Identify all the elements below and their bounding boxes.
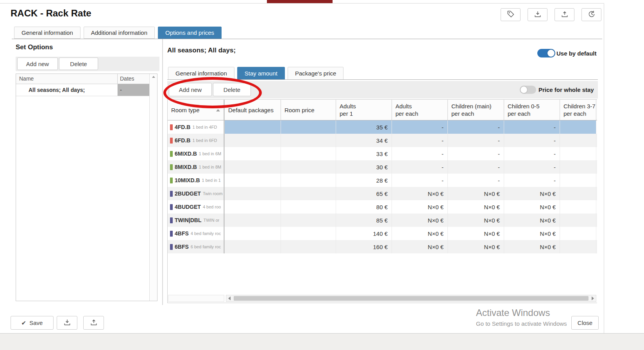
cell-room_price[interactable] xyxy=(281,214,336,227)
cell-children_main_per_each[interactable]: N×0 € xyxy=(448,200,504,214)
history-button[interactable] xyxy=(581,8,601,21)
cell-children_0_5_per_each[interactable]: N×0 € xyxy=(504,227,560,240)
subtab-stay-amount[interactable]: Stay amount xyxy=(237,67,285,80)
frozen-column-scrollbar[interactable] xyxy=(168,295,224,302)
cell-adults_per_each[interactable]: - xyxy=(392,160,448,174)
tab-additional-information[interactable]: Additional information xyxy=(84,27,155,39)
cell-children_0_5_per_each[interactable]: - xyxy=(504,134,560,147)
cell-children_3_7_per_each[interactable] xyxy=(560,120,596,134)
cell-children_main_per_each[interactable]: - xyxy=(448,160,504,174)
cell-room_price[interactable] xyxy=(281,240,336,253)
cell-children_main_per_each[interactable]: - xyxy=(448,120,504,134)
scroll-right-button[interactable] xyxy=(590,295,596,302)
cell-children_3_7_per_each[interactable] xyxy=(560,174,596,187)
tab-general-information[interactable]: General information xyxy=(14,27,80,39)
column-header-name[interactable]: Name xyxy=(16,74,118,84)
table-row[interactable]: 8MIXD.B1 bed in 8M30 €--- xyxy=(168,160,597,174)
cell-children_main_per_each[interactable]: N×0 € xyxy=(448,187,504,200)
cell-children_0_5_per_each[interactable]: N×0 € xyxy=(504,200,560,214)
cell-adults_per_1[interactable]: 140 € xyxy=(336,227,392,240)
cell-children_main_per_each[interactable]: N×0 € xyxy=(448,214,504,227)
cell-adults_per_1[interactable]: 80 € xyxy=(336,200,392,214)
footer-upload-button[interactable] xyxy=(83,316,104,330)
column-header-children_3_7_per_each[interactable]: Children 3-7per each xyxy=(560,100,596,120)
add-new-row-button[interactable]: Add new xyxy=(169,83,212,96)
cell-room_price[interactable] xyxy=(281,174,336,187)
download-button[interactable] xyxy=(528,8,547,21)
cell-default_packages[interactable] xyxy=(225,227,281,240)
tag-button[interactable] xyxy=(501,8,521,21)
cell-room_price[interactable] xyxy=(281,120,336,134)
scroll-left-button[interactable] xyxy=(226,295,233,302)
cell-default_packages[interactable] xyxy=(225,160,281,174)
subtab-general-information[interactable]: General information xyxy=(168,67,234,80)
cell-children_3_7_per_each[interactable] xyxy=(560,147,596,160)
cell-children_3_7_per_each[interactable] xyxy=(560,227,596,240)
cell-children_0_5_per_each[interactable]: N×0 € xyxy=(504,187,560,200)
cell-adults_per_1[interactable]: 28 € xyxy=(336,174,392,187)
option-dates-cell[interactable]: - xyxy=(118,84,150,96)
cell-room_price[interactable] xyxy=(281,147,336,160)
delete-option-button[interactable]: Delete xyxy=(59,57,98,70)
cell-default_packages[interactable] xyxy=(225,187,281,200)
save-button[interactable]: ✔ Save xyxy=(11,316,54,330)
cell-adults_per_1[interactable]: 65 € xyxy=(336,187,392,200)
table-row[interactable]: 6BFS6 bed family roc160 €N×0 €N×0 €N×0 € xyxy=(168,240,597,253)
upload-button[interactable] xyxy=(555,8,574,21)
cell-room_price[interactable] xyxy=(281,134,336,147)
cell-adults_per_1[interactable]: 33 € xyxy=(336,147,392,160)
cell-room_price[interactable] xyxy=(281,200,336,214)
cell-children_3_7_per_each[interactable] xyxy=(560,240,596,253)
delete-row-button[interactable]: Delete xyxy=(213,83,251,96)
cell-children_0_5_per_each[interactable]: N×0 € xyxy=(504,240,560,253)
cell-adults_per_each[interactable]: - xyxy=(392,134,448,147)
cell-default_packages[interactable] xyxy=(225,134,281,147)
footer-download-button[interactable] xyxy=(57,316,77,330)
cell-adults_per_1[interactable]: 35 € xyxy=(336,120,392,134)
column-header-default_packages[interactable]: Default packages xyxy=(225,100,281,120)
subtab-packages-price[interactable]: Package's price xyxy=(288,67,343,80)
table-row[interactable]: 4BUDGET4 bed roo80 €N×0 €N×0 €N×0 € xyxy=(168,200,597,214)
cell-room_price[interactable] xyxy=(281,227,336,240)
column-header-adults_per_each[interactable]: Adultsper each xyxy=(392,100,448,120)
cell-children_0_5_per_each[interactable]: - xyxy=(504,147,560,160)
close-button[interactable]: Close xyxy=(571,316,599,330)
cell-children_3_7_per_each[interactable] xyxy=(560,134,596,147)
cell-room_price[interactable] xyxy=(281,187,336,200)
cell-adults_per_each[interactable]: - xyxy=(392,147,448,160)
cell-room_price[interactable] xyxy=(281,160,336,174)
cell-children_main_per_each[interactable]: - xyxy=(448,174,504,187)
cell-adults_per_each[interactable]: N×0 € xyxy=(392,187,448,200)
cell-children_0_5_per_each[interactable]: - xyxy=(504,174,560,187)
cell-adults_per_1[interactable]: 85 € xyxy=(336,214,392,227)
cell-children_3_7_per_each[interactable] xyxy=(560,160,596,174)
use-by-default-toggle[interactable] xyxy=(537,49,555,57)
add-new-option-button[interactable]: Add new xyxy=(17,57,58,70)
cell-adults_per_each[interactable]: - xyxy=(392,120,448,134)
scrollbar-thumb[interactable] xyxy=(234,296,589,301)
column-header-room_type[interactable]: Room type xyxy=(168,100,225,120)
cell-default_packages[interactable] xyxy=(225,120,281,134)
cell-adults_per_1[interactable]: 34 € xyxy=(336,134,392,147)
cell-children_0_5_per_each[interactable]: N×0 € xyxy=(504,214,560,227)
cell-default_packages[interactable] xyxy=(225,240,281,253)
cell-adults_per_each[interactable]: N×0 € xyxy=(392,240,448,253)
cell-adults_per_each[interactable]: N×0 € xyxy=(392,227,448,240)
cell-default_packages[interactable] xyxy=(225,174,281,187)
cell-adults_per_each[interactable]: N×0 € xyxy=(392,200,448,214)
table-row[interactable]: 4BFS4 bed family roc140 €N×0 €N×0 €N×0 € xyxy=(168,227,597,240)
tab-options-and-prices[interactable]: Options and prices xyxy=(158,27,222,39)
cell-children_main_per_each[interactable]: - xyxy=(448,147,504,160)
table-horizontal-scrollbar[interactable] xyxy=(226,295,596,302)
column-header-children_main_per_each[interactable]: Children (main)per each xyxy=(448,100,504,120)
cell-adults_per_each[interactable]: - xyxy=(392,174,448,187)
cell-children_main_per_each[interactable]: - xyxy=(448,134,504,147)
column-header-room_price[interactable]: Room price xyxy=(281,100,336,120)
column-header-dates[interactable]: Dates xyxy=(118,74,150,84)
cell-children_0_5_per_each[interactable]: - xyxy=(504,160,560,174)
table-row[interactable]: 2BUDGETTwin room65 €N×0 €N×0 €N×0 € xyxy=(168,187,597,200)
cell-default_packages[interactable] xyxy=(225,214,281,227)
column-header-adults_per_1[interactable]: Adultsper 1 xyxy=(336,100,392,120)
table-row[interactable]: 6FD.B1 bed in 6FD34 €--- xyxy=(168,134,597,147)
panel-splitter[interactable] xyxy=(162,39,163,305)
